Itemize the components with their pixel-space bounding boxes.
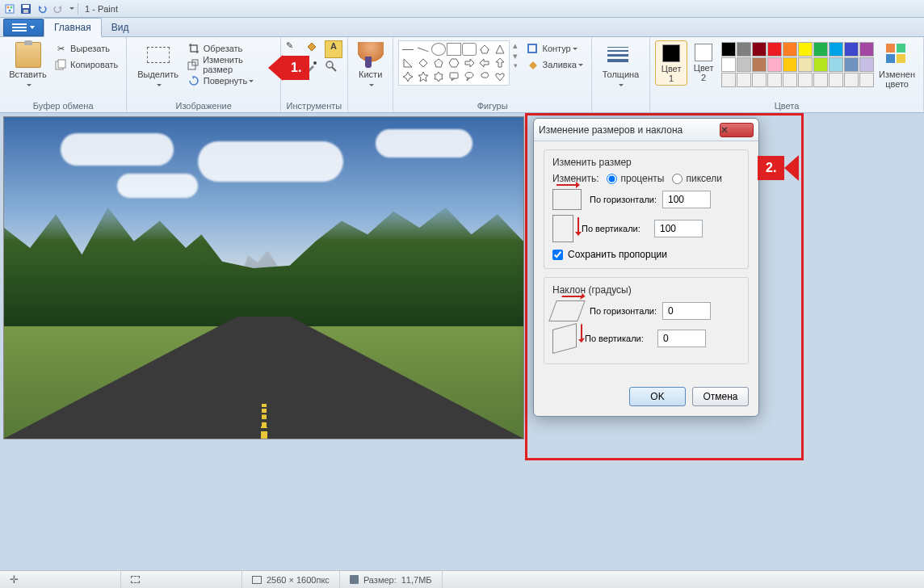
shapes-gallery[interactable]: [398, 40, 510, 86]
redo-icon[interactable]: [52, 2, 65, 15]
cursor-icon: ✛: [10, 573, 19, 586]
shapes-group-label: Фигуры: [398, 99, 586, 111]
shape-diamond[interactable]: [416, 57, 430, 69]
color-swatch[interactable]: [813, 42, 828, 57]
skew-vert-input[interactable]: [657, 330, 706, 347]
color-swatch[interactable]: [844, 42, 859, 57]
select-button[interactable]: Выделить: [132, 40, 183, 90]
cancel-button[interactable]: Отмена: [692, 387, 749, 406]
color-swatch[interactable]: [767, 42, 782, 57]
color-swatch[interactable]: [752, 73, 766, 87]
shape-line[interactable]: [401, 43, 415, 56]
color-swatch[interactable]: [737, 73, 751, 87]
color-swatch[interactable]: [737, 42, 751, 57]
radio-pixels[interactable]: [672, 174, 682, 184]
shape-oval[interactable]: [431, 43, 446, 56]
brushes-button[interactable]: Кисти: [353, 40, 388, 90]
file-menu-button[interactable]: [3, 19, 44, 36]
crop-button[interactable]: Обрезать: [184, 40, 275, 57]
horiz-input[interactable]: [662, 191, 711, 208]
color1-button[interactable]: Цвет 1: [655, 40, 687, 86]
shapes-scroll-down[interactable]: ▾: [513, 51, 518, 61]
color-swatch[interactable]: [844, 57, 859, 72]
color-swatch[interactable]: [783, 42, 797, 57]
color-swatch[interactable]: [752, 42, 766, 57]
svg-rect-30: [897, 54, 905, 63]
svg-point-2: [10, 6, 13, 8]
color2-button[interactable]: Цвет 2: [687, 40, 720, 84]
tab-view[interactable]: Вид: [102, 19, 139, 36]
save-icon[interactable]: [19, 2, 32, 15]
canvas[interactable]: [3, 116, 524, 439]
shape-rect[interactable]: [447, 43, 461, 56]
hamburger-icon: [12, 27, 27, 28]
color-swatch[interactable]: [721, 42, 736, 57]
shape-arrow-l[interactable]: [477, 57, 492, 69]
qat-menu-icon[interactable]: [69, 7, 74, 10]
color-swatch[interactable]: [829, 73, 843, 87]
skew-horiz-input[interactable]: [662, 302, 711, 320]
shape-callout-cloud[interactable]: [477, 70, 492, 83]
zoom-tool[interactable]: [325, 60, 342, 78]
color-swatch[interactable]: [813, 73, 828, 87]
color-swatch[interactable]: [783, 57, 797, 72]
shapes-scroll-up[interactable]: ▴: [513, 40, 518, 51]
keep-ratio-checkbox[interactable]: [552, 250, 563, 260]
color-swatch[interactable]: [813, 57, 828, 72]
color-swatch[interactable]: [829, 57, 843, 72]
color-swatch[interactable]: [859, 57, 874, 72]
shape-star4[interactable]: [401, 70, 415, 83]
shape-star5[interactable]: [416, 70, 430, 83]
shape-callout-rect[interactable]: [447, 70, 461, 83]
shape-star6[interactable]: [431, 70, 446, 83]
resize-button[interactable]: Изменить размер: [184, 57, 275, 73]
shape-hexagon[interactable]: [447, 57, 461, 69]
undo-icon[interactable]: [36, 2, 48, 15]
shape-heart[interactable]: [493, 70, 507, 83]
shape-callout-oval[interactable]: [462, 70, 477, 83]
ok-button[interactable]: OK: [629, 387, 686, 406]
text-tool[interactable]: A: [325, 40, 342, 58]
color-swatch[interactable]: [721, 57, 736, 72]
tab-home[interactable]: Главная: [44, 18, 102, 37]
cut-label: Вырезать: [70, 44, 110, 53]
outline-button[interactable]: Контур: [523, 40, 586, 57]
svg-rect-5: [23, 5, 29, 8]
rotate-button[interactable]: Повернуть: [184, 73, 275, 89]
shape-curve[interactable]: [414, 40, 432, 57]
edit-colors-button[interactable]: Изменен цвето: [876, 40, 918, 90]
color-swatch[interactable]: [829, 42, 843, 57]
svg-marker-22: [418, 72, 428, 82]
svg-marker-19: [435, 59, 443, 67]
shape-polygon[interactable]: [477, 43, 492, 56]
shape-arrow-r[interactable]: [462, 57, 477, 69]
dialog-titlebar[interactable]: Изменение размеров и наклона ✕: [534, 119, 758, 141]
color-swatch[interactable]: [737, 57, 751, 72]
color-swatch[interactable]: [798, 57, 813, 72]
color-swatch[interactable]: [798, 42, 813, 57]
size-button[interactable]: Толщина: [597, 40, 645, 90]
radio-percent[interactable]: [607, 174, 617, 184]
color-swatch[interactable]: [767, 57, 782, 72]
shapes-expand[interactable]: ▾: [513, 61, 518, 69]
shape-arrow-u[interactable]: [493, 57, 507, 69]
vert-input[interactable]: [654, 220, 703, 237]
fill-button[interactable]: Заливка: [523, 57, 586, 73]
color-swatch[interactable]: [752, 57, 766, 72]
shape-pentagon[interactable]: [431, 57, 446, 69]
paste-button[interactable]: Вставить: [5, 40, 51, 90]
color-swatch[interactable]: [859, 73, 874, 87]
color-swatch[interactable]: [783, 73, 797, 87]
shape-rtriangle[interactable]: [401, 57, 415, 69]
color-swatch[interactable]: [844, 73, 859, 87]
color-swatch[interactable]: [767, 73, 782, 87]
dialog-close-button[interactable]: ✕: [720, 123, 754, 137]
color-swatch[interactable]: [798, 73, 813, 87]
shape-triangle[interactable]: [493, 43, 507, 56]
svg-marker-17: [404, 59, 412, 67]
cut-button[interactable]: ✂ Вырезать: [51, 40, 121, 57]
copy-button[interactable]: Копировать: [51, 57, 121, 73]
color-swatch[interactable]: [721, 73, 736, 87]
color-swatch[interactable]: [859, 42, 874, 57]
shape-roundrect[interactable]: [462, 43, 477, 56]
